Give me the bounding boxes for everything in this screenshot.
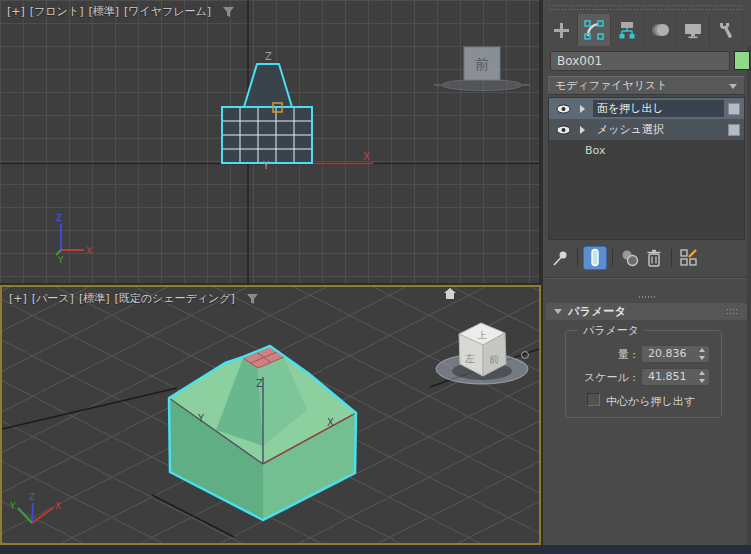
panel-scroll-gutter[interactable] <box>747 46 751 545</box>
tripod-y-label: Y <box>9 501 16 511</box>
front-axis-tripod: Z X Y <box>56 213 92 265</box>
viewport-menu-pov[interactable]: [パース] <box>32 291 74 306</box>
viewport-menu-general[interactable]: [+] <box>9 292 27 305</box>
modifier-toggle-square[interactable] <box>728 103 740 115</box>
tripod-z-label: Z <box>56 213 62 223</box>
tab-modify[interactable] <box>578 14 611 46</box>
object-name-field[interactable]: Box001 <box>550 51 730 71</box>
modifier-list-label: モディファイヤリスト <box>555 79 668 92</box>
show-end-result-button[interactable] <box>583 246 607 270</box>
remove-modifier-button[interactable] <box>642 246 666 270</box>
rollout-collapse-arrow-icon[interactable] <box>554 309 562 314</box>
viewcube-top-label[interactable]: 上 <box>478 330 487 340</box>
viewport-menu-shading[interactable]: [既定のシェーディング] <box>115 291 235 306</box>
viewport-menu-standard[interactable]: [標準] <box>79 291 110 306</box>
modifier-label[interactable]: メッシュ選択 <box>593 121 724 138</box>
scale-spinner[interactable] <box>698 371 707 383</box>
modifier-toggle-square[interactable] <box>728 124 740 136</box>
persp-axis-tripod: Z X Y <box>9 492 61 523</box>
pin-icon <box>551 249 569 267</box>
viewcube-home-icon[interactable] <box>444 288 456 299</box>
persp-viewport-canvas[interactable]: Z X Y Z X Y <box>2 287 539 543</box>
object-name-row: Box001 <box>550 51 746 71</box>
front-axis-z-label: Z <box>265 51 272 62</box>
persp-axis-x-label: X <box>327 417 334 428</box>
parameters-group: パラメータ 量 : 20.836 スケール : 41.851 中心から押し出す <box>565 330 722 418</box>
motion-icon <box>650 20 670 40</box>
hierarchy-icon <box>617 20 637 40</box>
stack-toolbar <box>548 244 745 272</box>
command-panel: Box001 モディファイヤリスト 面を押し出し <box>541 0 751 545</box>
chevron-down-icon <box>729 84 737 89</box>
configure-modifier-sets-button[interactable] <box>677 246 701 270</box>
viewcube-ring[interactable] <box>442 80 522 91</box>
scale-field[interactable]: 41.851 <box>641 368 710 386</box>
persp-viewcube[interactable]: 上 左 前 <box>436 323 529 384</box>
amount-label: 量 : <box>566 347 636 362</box>
stack-row-face-extrude[interactable]: 面を押し出し <box>549 98 744 119</box>
scale-value: 41.851 <box>648 370 687 383</box>
tab-create[interactable] <box>545 14 578 46</box>
visibility-eye-icon[interactable] <box>556 125 571 135</box>
viewport-menu-general[interactable]: [+] <box>7 5 25 18</box>
persp-viewport-label: [+] [パース] [標準] [既定のシェーディング] <box>9 291 259 306</box>
stack-row-mesh-select[interactable]: メッシュ選択 <box>549 119 744 140</box>
box-object[interactable]: Z X Y <box>169 346 356 520</box>
panel-divider <box>546 277 747 279</box>
viewcube-front-face-label[interactable]: 前 <box>475 56 489 72</box>
viewcube-left-label[interactable]: 左 <box>465 353 475 364</box>
viewcube-front-label[interactable]: 前 <box>489 354 499 365</box>
pin-stack-button[interactable] <box>548 246 572 270</box>
extrude-from-center-checkbox[interactable] <box>587 393 600 406</box>
tab-display[interactable] <box>677 14 710 46</box>
tripod-x-label: X <box>55 501 61 511</box>
expand-arrow-icon[interactable] <box>580 105 585 113</box>
modifier-stack: 面を押し出し メッシュ選択 Box <box>548 97 745 240</box>
create-plus-icon <box>552 21 570 39</box>
stack-row-box[interactable]: Box <box>549 140 744 161</box>
make-unique-button[interactable] <box>618 246 642 270</box>
front-viewport-label: [+] [フロント] [標準] [ワイヤフレーム] <box>7 4 235 19</box>
panel-drag-handle[interactable] <box>549 5 743 11</box>
modifier-list-dropdown[interactable]: モディファイヤリスト <box>548 76 745 95</box>
rollout-title: パラメータ <box>568 304 627 319</box>
command-panel-tabs <box>545 14 743 46</box>
tripod-z-label: Z <box>29 492 35 502</box>
persp-axis-y-label: Y <box>197 413 205 424</box>
tab-utilities[interactable] <box>710 14 743 46</box>
tab-motion[interactable] <box>644 14 677 46</box>
per-view-filter-icon[interactable] <box>222 6 235 18</box>
base-object-label[interactable]: Box <box>581 142 744 159</box>
amount-field[interactable]: 20.836 <box>641 345 710 363</box>
extrude-from-center-label[interactable]: 中心から押し出す <box>606 394 695 409</box>
viewport-front[interactable]: Z Y X Z X Y 前 [+] [フロン <box>0 0 539 283</box>
per-view-filter-icon[interactable] <box>246 293 259 305</box>
viewport-menu-standard[interactable]: [標準] <box>88 4 119 19</box>
front-viewcube[interactable]: 前 <box>434 47 530 91</box>
viewport-menu-pov[interactable]: [フロント] <box>30 4 84 19</box>
amount-spinner[interactable] <box>698 348 707 360</box>
expand-arrow-icon[interactable] <box>580 126 585 134</box>
tab-hierarchy[interactable] <box>611 14 644 46</box>
parameters-rollout-header[interactable]: パラメータ <box>546 303 747 320</box>
toolbar-separator <box>612 249 613 267</box>
toolbar-separator <box>671 249 672 267</box>
group-title: パラメータ <box>578 323 644 338</box>
viewport-menu-shading[interactable]: [ワイヤフレーム] <box>124 4 211 19</box>
toolbar-separator <box>577 249 578 267</box>
persp-axis-z-label: Z <box>256 378 263 389</box>
modifier-label[interactable]: 面を押し出し <box>593 100 724 117</box>
tripod-y-label: Y <box>57 255 64 265</box>
trash-icon <box>645 248 663 268</box>
amount-value: 20.836 <box>648 347 687 360</box>
front-viewport-canvas[interactable]: Z Y X Z X Y 前 <box>0 0 539 283</box>
scale-label: スケール : <box>566 370 636 385</box>
configure-sets-icon <box>679 248 699 268</box>
viewport-perspective[interactable]: Z X Y Z X Y <box>0 285 541 545</box>
rollout-grip-icon[interactable] <box>727 309 739 315</box>
front-axis-x-label: X <box>363 151 370 162</box>
bottom-status-strip <box>0 545 751 554</box>
visibility-eye-icon[interactable] <box>556 104 571 114</box>
rollout-drag-dots[interactable] <box>639 296 655 298</box>
object-color-swatch[interactable] <box>734 51 750 70</box>
